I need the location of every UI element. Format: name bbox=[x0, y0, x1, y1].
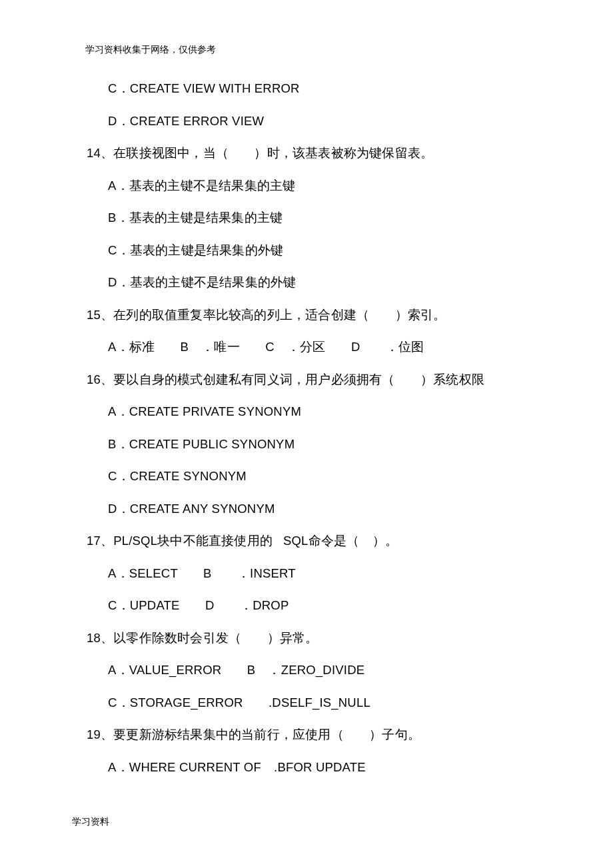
q18-options-cd: C．STORAGE_ERROR .DSELF_IS_NULL bbox=[87, 697, 526, 709]
q13-option-c: C．CREATE VIEW WITH ERROR bbox=[87, 83, 526, 95]
q14-stem: 14、在联接视图中，当（ ）时，该基表被称为键保留表。 bbox=[87, 147, 526, 160]
q16-option-c: C．CREATE SYNONYM bbox=[87, 470, 526, 483]
q16-option-d: D．CREATE ANY SYNONYM bbox=[87, 503, 526, 516]
q13-option-d: D．CREATE ERROR VIEW bbox=[87, 115, 526, 128]
q14-option-d: D．基表的主键不是结果集的外键 bbox=[87, 276, 526, 289]
q17-options-ab: A．SELECT B ．INSERT bbox=[87, 568, 526, 580]
q18-options-ab: A．VALUE_ERROR B ．ZERO_DIVIDE bbox=[87, 664, 526, 677]
q16-stem: 16、要以自身的模式创建私有同义词，用户必须拥有（ ）系统权限 bbox=[87, 374, 526, 386]
q19-stem: 19、要更新游标结果集中的当前行，应使用（ ）子句。 bbox=[87, 729, 526, 741]
q16-option-a: A．CREATE PRIVATE SYNONYM bbox=[87, 406, 526, 418]
q15-options: A．标准 B ．唯一 C ．分区 D ．位图 bbox=[87, 341, 526, 354]
q14-option-a: A．基表的主键不是结果集的主键 bbox=[87, 180, 526, 193]
q18-stem: 18、以零作除数时会引发（ ）异常。 bbox=[87, 632, 526, 645]
q17-stem: 17、PL/SQL块中不能直接使用的 SQL命令是（ ）。 bbox=[87, 535, 526, 548]
q15-stem: 15、在列的取值重复率比较高的列上，适合创建（ ）索引。 bbox=[87, 309, 526, 322]
q19-options: A．WHERE CURRENT OF .BFOR UPDATE bbox=[87, 761, 526, 774]
q16-option-b: B．CREATE PUBLIC SYNONYM bbox=[87, 438, 526, 451]
q14-option-c: C．基表的主键是结果集的外键 bbox=[87, 244, 526, 257]
page-header: 学习资料收集于网络，仅供参考 bbox=[85, 44, 216, 56]
document-body: C．CREATE VIEW WITH ERROR D．CREATE ERROR … bbox=[87, 83, 526, 793]
page-footer: 学习资料 bbox=[72, 816, 109, 828]
q17-options-cd: C．UPDATE D ．DROP bbox=[87, 600, 526, 612]
q14-option-b: B．基表的主键是结果集的主键 bbox=[87, 212, 526, 224]
